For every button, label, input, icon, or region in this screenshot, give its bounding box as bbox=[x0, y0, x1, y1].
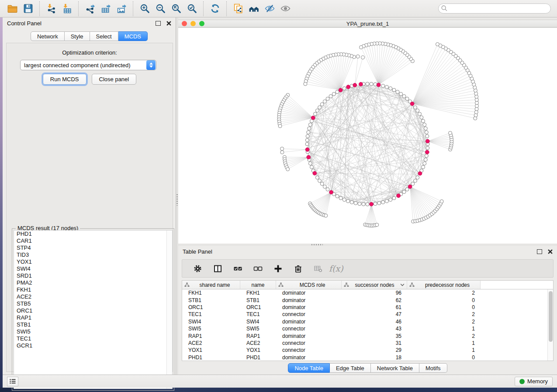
tab-network-table[interactable]: Network Table bbox=[371, 363, 419, 373]
network-node[interactable] bbox=[370, 82, 373, 86]
network-node[interactable] bbox=[343, 198, 346, 202]
network-mcds-hub-node[interactable] bbox=[359, 82, 363, 86]
network-node[interactable] bbox=[416, 176, 419, 179]
network-node[interactable] bbox=[385, 199, 388, 203]
mcds-result-item[interactable]: TEC1 bbox=[14, 335, 172, 342]
network-node[interactable] bbox=[310, 165, 314, 169]
network-node[interactable] bbox=[326, 188, 329, 191]
network-node[interactable] bbox=[423, 162, 426, 165]
zoom-fit-button[interactable] bbox=[168, 2, 184, 16]
mcds-result-item[interactable]: RAP1 bbox=[14, 314, 172, 321]
column-menu-icon[interactable] bbox=[400, 283, 405, 286]
network-node[interactable] bbox=[381, 84, 385, 88]
close-panel-icon[interactable] bbox=[166, 21, 171, 26]
table-row[interactable]: FKH1FKH1dominator962 bbox=[182, 289, 547, 296]
network-leaf-node[interactable] bbox=[356, 55, 360, 58]
network-mcds-hub-node[interactable] bbox=[397, 194, 401, 198]
table-row[interactable]: ORC1ORC1dominator610 bbox=[182, 304, 547, 311]
network-leaf-node[interactable] bbox=[278, 124, 282, 128]
network-leaf-node[interactable] bbox=[280, 147, 284, 151]
select-all-rows-button[interactable] bbox=[229, 261, 246, 276]
network-mcds-hub-node[interactable] bbox=[329, 190, 333, 194]
close-panel-button[interactable]: Close panel bbox=[92, 74, 137, 85]
table-row[interactable]: PHD1PHD1dominator180 bbox=[182, 354, 547, 361]
network-node[interactable] bbox=[320, 182, 324, 186]
network-node[interactable] bbox=[329, 95, 332, 98]
network-node[interactable] bbox=[381, 200, 385, 204]
network-node[interactable] bbox=[318, 106, 322, 109]
network-leaf-node[interactable] bbox=[280, 151, 284, 154]
open-session-button[interactable] bbox=[4, 2, 20, 16]
network-node[interactable] bbox=[315, 176, 319, 179]
network-node[interactable] bbox=[308, 127, 311, 130]
network-node[interactable] bbox=[320, 103, 324, 106]
table-row[interactable]: STB1STB1dominator620 bbox=[182, 296, 547, 303]
network-node[interactable] bbox=[318, 179, 322, 182]
network-node[interactable] bbox=[323, 100, 326, 103]
function-builder-button[interactable]: f(x) bbox=[326, 264, 343, 273]
network-node[interactable] bbox=[366, 203, 369, 206]
show-columns-button[interactable] bbox=[209, 261, 226, 276]
network-node[interactable] bbox=[420, 116, 423, 119]
network-graph-svg[interactable] bbox=[178, 28, 557, 244]
network-mcds-hub-node[interactable] bbox=[339, 88, 343, 92]
network-node[interactable] bbox=[358, 202, 361, 206]
network-mcds-hub-node[interactable] bbox=[377, 83, 381, 87]
zoom-out-button[interactable] bbox=[152, 2, 168, 16]
network-node[interactable] bbox=[426, 146, 429, 150]
network-leaf-node[interactable] bbox=[304, 82, 307, 86]
network-node[interactable] bbox=[306, 134, 309, 138]
network-node[interactable] bbox=[374, 202, 377, 206]
mcds-result-item[interactable]: SWI5 bbox=[14, 328, 172, 335]
network-node[interactable] bbox=[416, 109, 419, 112]
network-node[interactable] bbox=[423, 123, 426, 127]
export-image-button[interactable] bbox=[114, 2, 129, 16]
mcds-result-item[interactable]: YOX1 bbox=[14, 258, 172, 265]
network-leaf-node[interactable] bbox=[286, 168, 290, 171]
table-row[interactable]: RAP1RAP1dominator352 bbox=[182, 332, 547, 339]
table-scrollbar-thumb[interactable] bbox=[549, 291, 553, 342]
mcds-result-item[interactable]: ORC1 bbox=[14, 307, 172, 314]
network-leaf-node[interactable] bbox=[436, 42, 439, 46]
network-node[interactable] bbox=[326, 97, 329, 100]
float-table-panel-icon[interactable] bbox=[537, 249, 542, 254]
mcds-result-item[interactable]: PHD1 bbox=[14, 230, 172, 237]
mcds-result-item[interactable]: FKH1 bbox=[14, 286, 172, 293]
network-node[interactable] bbox=[307, 131, 310, 134]
network-mcds-hub-node[interactable] bbox=[305, 148, 309, 151]
network-node[interactable] bbox=[425, 131, 428, 134]
tab-node-table[interactable]: Node Table bbox=[288, 363, 330, 373]
zoom-in-button[interactable] bbox=[137, 2, 152, 16]
network-node[interactable] bbox=[389, 198, 392, 202]
network-node[interactable] bbox=[396, 90, 399, 94]
mcds-result-item[interactable]: GCR1 bbox=[14, 342, 172, 349]
run-mcds-button[interactable]: Run MCDS bbox=[43, 74, 86, 85]
network-mcds-hub-node[interactable] bbox=[346, 85, 350, 89]
network-node[interactable] bbox=[362, 203, 365, 206]
table-row[interactable]: SWI4SWI4dominator462 bbox=[182, 318, 547, 325]
tab-mcds[interactable]: MCDS bbox=[118, 31, 148, 41]
network-node[interactable] bbox=[399, 92, 403, 96]
network-node[interactable] bbox=[314, 112, 317, 116]
network-node[interactable] bbox=[405, 97, 409, 100]
network-node[interactable] bbox=[336, 90, 339, 94]
save-session-button[interactable] bbox=[20, 2, 36, 16]
tab-style[interactable]: Style bbox=[65, 31, 90, 41]
network-leaf-node[interactable] bbox=[440, 199, 443, 203]
search-input[interactable] bbox=[438, 3, 551, 14]
hide-selected-button[interactable] bbox=[262, 2, 277, 16]
column-header-predecessor-nodes[interactable]: predecessor nodes bbox=[407, 281, 481, 289]
column-header-MCDS-role[interactable]: MCDS role bbox=[276, 281, 342, 289]
network-node[interactable] bbox=[374, 83, 377, 86]
criterion-select[interactable]: largest connected component (undirected) bbox=[20, 60, 156, 70]
network-node[interactable] bbox=[426, 134, 429, 138]
mcds-result-item[interactable]: STP4 bbox=[14, 244, 172, 251]
table-row[interactable]: ACE2ACE2connector311 bbox=[182, 340, 547, 347]
network-node[interactable] bbox=[336, 195, 339, 198]
column-header-shared-name[interactable]: shared name bbox=[182, 281, 240, 289]
first-neighbors-button[interactable] bbox=[246, 2, 262, 16]
network-node[interactable] bbox=[392, 88, 396, 92]
network-leaf-node[interactable] bbox=[360, 45, 363, 49]
column-header-successor-nodes[interactable]: successor nodes bbox=[342, 281, 407, 289]
network-node[interactable] bbox=[305, 142, 309, 146]
